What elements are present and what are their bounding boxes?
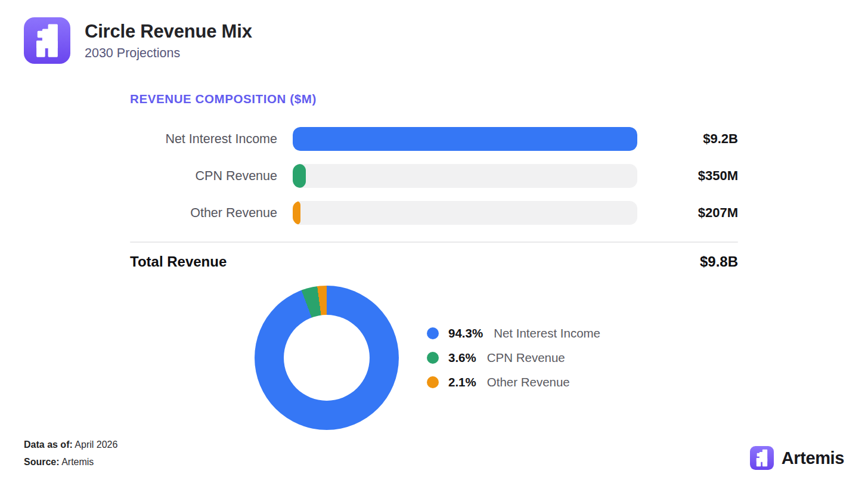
- source-value: Artemis: [60, 457, 94, 467]
- header-text: Circle Revenue Mix 2030 Projections: [85, 21, 252, 61]
- data-as-of-label: Data as of:: [24, 439, 73, 450]
- legend-label: Other Revenue: [487, 375, 570, 389]
- footer-source: Source: Artemis: [24, 454, 117, 471]
- infographic-page: Circle Revenue Mix 2030 Projections REVE…: [0, 0, 868, 486]
- donut-section: 94.3% Net Interest Income 3.6% CPN Reven…: [130, 286, 738, 430]
- artemis-logo-icon: [24, 17, 70, 64]
- bar-track: [293, 127, 637, 151]
- artemis-wordmark: Artemis: [782, 448, 844, 468]
- bar-row: Other Revenue $207M: [130, 201, 738, 225]
- legend-label: CPN Revenue: [487, 351, 565, 365]
- legend-dot-icon: [427, 352, 439, 364]
- legend-item: 94.3% Net Interest Income: [427, 326, 600, 342]
- footer-meta: Data as of: April 2026 Source: Artemis: [24, 437, 117, 470]
- section-heading: REVENUE COMPOSITION ($M): [130, 92, 738, 105]
- source-label: Source:: [24, 457, 60, 467]
- footer-brand: Artemis: [750, 446, 844, 470]
- bar-track: [293, 164, 637, 188]
- total-row: Total Revenue $9.8B: [130, 252, 738, 272]
- bar-chart: Net Interest Income $9.2B CPN Revenue $3…: [130, 127, 738, 225]
- legend-dot-icon: [427, 327, 439, 339]
- bar-label: Net Interest Income: [130, 132, 277, 147]
- footer-data-as-of: Data as of: April 2026: [24, 437, 117, 454]
- bar-label: CPN Revenue: [130, 169, 277, 184]
- donut-chart: [255, 286, 399, 430]
- legend-percent: 94.3%: [448, 326, 483, 340]
- bar-value: $207M: [653, 205, 738, 221]
- artemis-footer-logo-icon: [750, 446, 774, 470]
- total-divider: [130, 242, 738, 243]
- bar-fill: [293, 164, 306, 188]
- legend-percent: 3.6%: [448, 351, 476, 365]
- donut-hole: [284, 315, 370, 401]
- legend-dot-icon: [427, 376, 439, 388]
- bar-fill: [293, 127, 637, 151]
- legend-item: 3.6% CPN Revenue: [427, 350, 600, 366]
- bar-label: Other Revenue: [130, 206, 277, 221]
- bar-fill: [293, 201, 300, 225]
- total-value: $9.8B: [700, 253, 738, 270]
- page-subtitle: 2030 Projections: [85, 46, 252, 61]
- donut-legend: 94.3% Net Interest Income 3.6% CPN Reven…: [427, 326, 600, 391]
- data-as-of-value: April 2026: [73, 439, 118, 450]
- legend-percent: 2.1%: [448, 375, 476, 389]
- header: Circle Revenue Mix 2030 Projections: [24, 17, 252, 64]
- page-title: Circle Revenue Mix: [85, 21, 252, 42]
- legend-label: Net Interest Income: [494, 326, 600, 340]
- bar-value: $350M: [653, 168, 738, 184]
- bar-value: $9.2B: [653, 131, 738, 147]
- chart-panel: REVENUE COMPOSITION ($M) Net Interest In…: [130, 92, 738, 430]
- bar-row: Net Interest Income $9.2B: [130, 127, 738, 151]
- legend-item: 2.1% Other Revenue: [427, 374, 600, 391]
- bar-row: CPN Revenue $350M: [130, 164, 738, 188]
- bar-track: [293, 201, 637, 225]
- total-label: Total Revenue: [130, 253, 227, 270]
